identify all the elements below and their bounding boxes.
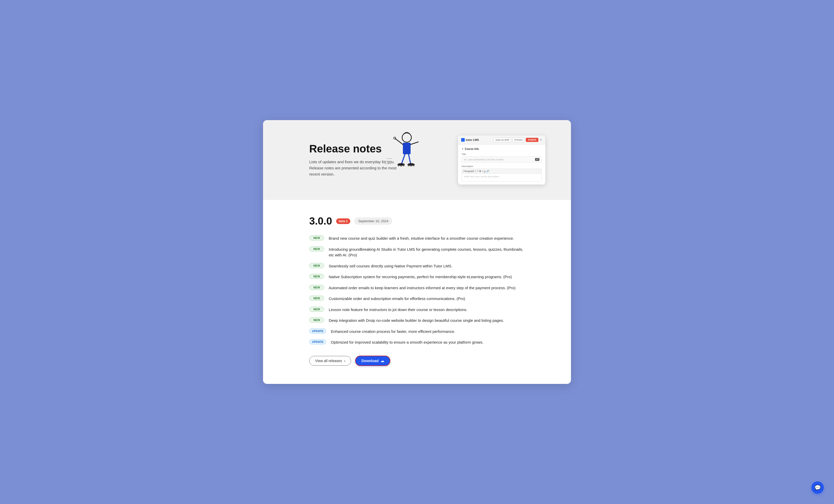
arrow-right-icon: › [344, 359, 345, 363]
svg-rect-1 [403, 143, 411, 154]
mock-actions: Save as draft Preview Publish ✕ [493, 137, 542, 142]
svg-point-14 [413, 165, 414, 166]
mock-publish-btn: Publish [526, 138, 539, 142]
mock-editor-area: Write here your course description [462, 174, 542, 181]
mock-desc-label: Description [462, 165, 542, 168]
view-all-releases-button[interactable]: View all releases › [309, 356, 351, 366]
mock-toolbar-i: I [482, 170, 483, 172]
release-text: Seamlessly sell courses directly using N… [329, 263, 453, 269]
mock-save-btn: Save as draft [493, 137, 511, 142]
release-text: Optimized for improved scalability to en… [331, 339, 483, 345]
release-text: Introducing groundbreaking AI Studio in … [329, 246, 525, 258]
release-tag: NEW [309, 274, 324, 279]
list-item: UPDATE Optimized for improved scalabilit… [309, 339, 525, 345]
chat-icon: 💬 [814, 484, 821, 491]
list-item: NEW Customizable order and subscription … [309, 295, 525, 302]
date-badge: September 10, 2024 [354, 218, 392, 224]
mock-paragraph-select: Paragraph [463, 170, 474, 172]
view-all-label: View all releases [315, 359, 342, 363]
mock-editor-placeholder: Write here your course description [464, 175, 499, 178]
release-text: Automated order emails to keep learners … [329, 285, 515, 291]
release-text: Brand new course and quiz builder with a… [329, 235, 514, 241]
hero-section: Release notes Lists of updates and fixes… [263, 120, 571, 200]
version-header: 3.0.0 beta 1 September 10, 2024 [309, 215, 525, 227]
mock-char-count: 60 [535, 158, 540, 161]
mock-title-placeholder: ex. Learn photoshop CS5 from scratch [464, 158, 503, 161]
download-label: Download [361, 359, 378, 363]
mock-toolbar-b: B [479, 170, 481, 172]
mock-toolbar-t: T [477, 170, 478, 172]
version-number: 3.0.0 [309, 215, 332, 227]
mock-toolbar-u: U [484, 170, 485, 172]
mock-toolbar-link: 🔗 [486, 170, 489, 172]
mock-ui-screenshot: tutor LMS Save as draft Preview Publish … [458, 135, 545, 184]
release-tag: UPDATE [309, 328, 326, 334]
mock-preview-btn: Preview [512, 137, 525, 142]
list-item: NEW Seamlessly sell courses directly usi… [309, 263, 525, 269]
list-item: NEW Native Subscription system for recur… [309, 273, 525, 280]
mock-logo-text: tutor LMS [466, 138, 479, 141]
release-text: Lesson note feature for instructors to j… [329, 306, 467, 313]
list-item: NEW Brand new course and quiz builder wi… [309, 235, 525, 241]
release-text: Customizable order and subscription emai… [329, 295, 465, 302]
svg-point-11 [403, 165, 404, 166]
mock-chevron-icon: ▼ [462, 148, 464, 150]
list-item: NEW Lesson note feature for instructors … [309, 306, 525, 313]
buttons-row: View all releases › Download ☁ [309, 356, 525, 366]
release-tag: NEW [309, 317, 324, 323]
release-text: Native Subscription system for recurring… [329, 273, 512, 280]
mock-title-label: Title [462, 153, 542, 155]
svg-point-4 [394, 137, 396, 139]
svg-line-3 [411, 142, 418, 145]
list-item: NEW Deep integration with Droip no-code … [309, 317, 525, 324]
mock-section-header: ▼ Course Info [462, 148, 542, 150]
release-text: Deep integration with Droip no-code webs… [329, 317, 504, 324]
release-tag: NEW [309, 307, 324, 312]
release-list: NEW Brand new course and quiz builder wi… [309, 235, 525, 345]
svg-point-12 [408, 165, 409, 166]
main-card: Release notes Lists of updates and fixes… [263, 120, 571, 384]
mock-close-btn: ✕ [540, 138, 542, 141]
svg-line-5 [402, 154, 405, 164]
release-text: Enhanced course creation process for fas… [331, 328, 455, 335]
list-item: NEW Introducing groundbreaking AI Studio… [309, 246, 525, 258]
skater-illustration [381, 128, 427, 179]
list-item: UPDATE Enhanced course creation process … [309, 328, 525, 335]
svg-point-10 [400, 165, 402, 167]
mock-title-input: ex. Learn photoshop CS5 from scratch 60 [462, 156, 542, 162]
download-button[interactable]: Download ☁ [355, 356, 390, 366]
download-icon: ☁ [380, 359, 384, 363]
mock-section-label: Course Info [465, 148, 479, 150]
mock-body: ▼ Course Info Title ex. Learn photoshop … [458, 145, 545, 184]
mock-logo-icon [461, 138, 465, 141]
content-section: 3.0.0 beta 1 September 10, 2024 NEW Bran… [263, 200, 571, 384]
list-item: NEW Automated order emails to keep learn… [309, 285, 525, 291]
svg-point-0 [402, 133, 411, 142]
svg-line-2 [395, 138, 403, 145]
release-tag: NEW [309, 246, 324, 251]
mock-toolbar-sep: | [475, 170, 476, 172]
mock-topbar: tutor LMS Save as draft Preview Publish … [458, 135, 545, 145]
svg-point-9 [398, 165, 399, 166]
release-tag: NEW [309, 295, 324, 301]
chat-fab-button[interactable]: 💬 [811, 481, 824, 494]
release-tag: NEW [309, 235, 324, 240]
mock-logo: tutor LMS [461, 138, 479, 141]
release-tag: NEW [309, 263, 324, 268]
svg-point-13 [410, 165, 412, 167]
beta-badge: beta 1 [336, 218, 350, 224]
release-tag: NEW [309, 285, 324, 290]
svg-line-6 [409, 154, 411, 164]
mock-editor-toolbar: Paragraph | T B I U 🔗 [462, 169, 542, 174]
release-tag: UPDATE [309, 339, 326, 344]
